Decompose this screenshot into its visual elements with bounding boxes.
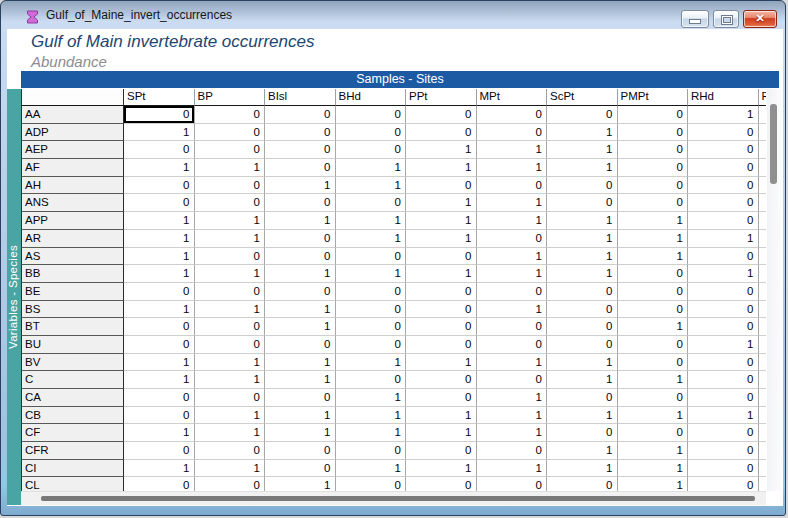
cell[interactable]: 1 — [265, 354, 336, 372]
cell[interactable]: 0 — [477, 230, 548, 248]
cell[interactable]: 0 — [477, 442, 548, 460]
cell[interactable]: 1 — [124, 248, 195, 266]
cell[interactable]: 1 — [477, 141, 548, 159]
cell[interactable]: 0 — [688, 477, 759, 491]
cell[interactable]: 0 — [688, 212, 759, 230]
cell[interactable]: 0 — [265, 336, 336, 354]
row-header[interactable]: C — [21, 371, 124, 389]
column-header[interactable]: BIsl — [265, 89, 336, 106]
cell[interactable]: 0 — [336, 477, 407, 491]
cell[interactable]: 1 — [618, 248, 689, 266]
column-header[interactable]: PMPt — [618, 89, 689, 106]
cell[interactable]: 0 — [336, 442, 407, 460]
cell[interactable]: 1 — [547, 371, 618, 389]
cell[interactable]: 0 — [336, 283, 407, 301]
cell[interactable]: 0 — [547, 177, 618, 195]
cell[interactable]: 1 — [124, 424, 195, 442]
cell[interactable] — [759, 159, 767, 177]
cell[interactable]: 0 — [406, 248, 477, 266]
cell[interactable]: 0 — [124, 283, 195, 301]
cell[interactable]: 0 — [688, 301, 759, 319]
cell[interactable]: 0 — [547, 477, 618, 491]
cell[interactable]: 1 — [406, 230, 477, 248]
cell[interactable]: 0 — [688, 318, 759, 336]
cell[interactable]: 1 — [406, 212, 477, 230]
cell[interactable]: 1 — [688, 265, 759, 283]
cell[interactable]: 1 — [688, 407, 759, 425]
row-header[interactable]: ADP — [21, 124, 124, 142]
cell[interactable]: 1 — [124, 124, 195, 142]
row-header[interactable]: BU — [21, 336, 124, 354]
cell[interactable]: 1 — [547, 354, 618, 372]
cell[interactable] — [759, 301, 767, 319]
cell[interactable]: 0 — [336, 301, 407, 319]
cell[interactable]: 1 — [477, 301, 548, 319]
cell[interactable]: 0 — [124, 477, 195, 491]
cell[interactable]: 0 — [406, 177, 477, 195]
cell[interactable]: 1 — [124, 354, 195, 372]
cell[interactable]: 1 — [124, 301, 195, 319]
cell[interactable]: 0 — [547, 424, 618, 442]
cell[interactable]: 1 — [688, 230, 759, 248]
cell[interactable]: 0 — [336, 106, 407, 124]
cell[interactable] — [759, 124, 767, 142]
cell[interactable]: 1 — [406, 159, 477, 177]
row-header[interactable]: BE — [21, 283, 124, 301]
cell[interactable]: 0 — [406, 106, 477, 124]
cell[interactable]: 0 — [688, 159, 759, 177]
row-header[interactable]: CFR — [21, 442, 124, 460]
cell[interactable]: 0 — [124, 141, 195, 159]
row-header[interactable]: AS — [21, 248, 124, 266]
cell[interactable]: 0 — [547, 336, 618, 354]
cell[interactable]: 1 — [688, 106, 759, 124]
column-header[interactable]: R — [759, 89, 767, 106]
cell[interactable]: 1 — [265, 301, 336, 319]
cell[interactable]: 0 — [195, 106, 266, 124]
cell[interactable]: 0 — [547, 318, 618, 336]
cell[interactable]: 1 — [547, 407, 618, 425]
row-header[interactable]: BV — [21, 354, 124, 372]
cell[interactable]: 0 — [547, 106, 618, 124]
column-header[interactable]: ScPt — [547, 89, 618, 106]
vertical-scrollbar-thumb[interactable] — [770, 104, 777, 184]
cell[interactable]: 0 — [618, 389, 689, 407]
cell[interactable] — [759, 477, 767, 491]
cell[interactable] — [759, 336, 767, 354]
cell[interactable]: 1 — [124, 371, 195, 389]
cell[interactable]: 0 — [124, 194, 195, 212]
cell[interactable]: 0 — [688, 460, 759, 478]
cell[interactable]: 0 — [406, 283, 477, 301]
cell[interactable]: 1 — [477, 159, 548, 177]
samples-sites-band[interactable]: Samples - Sites — [21, 71, 779, 88]
cell[interactable] — [759, 354, 767, 372]
cell[interactable]: 1 — [195, 354, 266, 372]
cell[interactable] — [759, 442, 767, 460]
cell[interactable] — [759, 177, 767, 195]
column-header[interactable]: BP — [195, 89, 266, 106]
cell[interactable]: 1 — [688, 336, 759, 354]
cell[interactable]: 1 — [195, 265, 266, 283]
cell[interactable]: 0 — [195, 318, 266, 336]
cell[interactable]: 0 — [618, 336, 689, 354]
cell[interactable]: 0 — [477, 106, 548, 124]
cell[interactable]: 1 — [336, 230, 407, 248]
cell[interactable] — [759, 283, 767, 301]
cell[interactable] — [759, 194, 767, 212]
cell[interactable]: 1 — [618, 477, 689, 491]
cell[interactable]: 0 — [195, 141, 266, 159]
cell[interactable]: 1 — [265, 407, 336, 425]
cell[interactable]: 1 — [618, 460, 689, 478]
row-header[interactable]: CF — [21, 424, 124, 442]
cell[interactable]: 0 — [477, 318, 548, 336]
cell[interactable]: 0 — [618, 159, 689, 177]
cell[interactable]: 1 — [618, 230, 689, 248]
cell[interactable]: 1 — [406, 265, 477, 283]
row-header[interactable]: AA — [21, 106, 124, 124]
cell[interactable]: 1 — [547, 265, 618, 283]
cell[interactable]: 0 — [618, 177, 689, 195]
cell[interactable]: 0 — [406, 318, 477, 336]
cell[interactable]: 1 — [406, 424, 477, 442]
cell[interactable]: 0 — [265, 194, 336, 212]
cell[interactable]: 0 — [336, 248, 407, 266]
cell[interactable]: 1 — [547, 141, 618, 159]
